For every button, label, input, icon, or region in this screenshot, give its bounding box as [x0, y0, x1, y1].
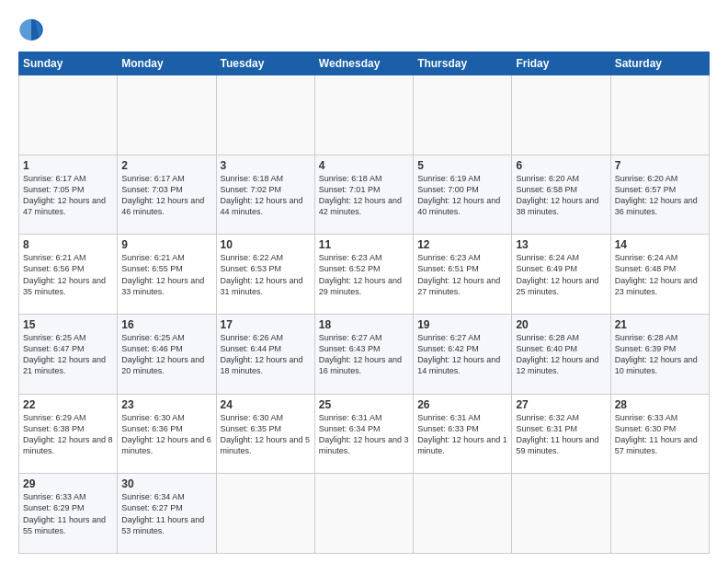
day-number: 2 [121, 159, 211, 172]
calendar-cell [414, 474, 512, 554]
day-number: 6 [516, 159, 606, 172]
calendar-cell: 28Sunrise: 6:33 AM Sunset: 6:30 PM Dayli… [610, 394, 709, 474]
calendar-cell: 14Sunrise: 6:24 AM Sunset: 6:48 PM Dayli… [610, 235, 709, 315]
day-number: 16 [121, 318, 211, 331]
calendar-cell: 1Sunrise: 6:17 AM Sunset: 7:05 PM Daylig… [19, 155, 118, 235]
calendar-cell: 11Sunrise: 6:23 AM Sunset: 6:52 PM Dayli… [314, 235, 413, 315]
cell-info: Sunrise: 6:18 AM Sunset: 7:01 PM Dayligh… [319, 173, 409, 218]
calendar-table: SundayMondayTuesdayWednesdayThursdayFrid… [18, 52, 710, 554]
calendar-cell: 18Sunrise: 6:27 AM Sunset: 6:43 PM Dayli… [314, 314, 413, 394]
day-number: 15 [23, 318, 113, 331]
cell-info: Sunrise: 6:34 AM Sunset: 6:27 PM Dayligh… [121, 491, 211, 536]
day-number: 5 [417, 159, 507, 172]
calendar-cell [610, 75, 709, 155]
cell-info: Sunrise: 6:28 AM Sunset: 6:40 PM Dayligh… [516, 332, 606, 377]
cell-info: Sunrise: 6:27 AM Sunset: 6:43 PM Dayligh… [319, 332, 409, 377]
cell-info: Sunrise: 6:29 AM Sunset: 6:38 PM Dayligh… [23, 412, 113, 457]
cell-info: Sunrise: 6:19 AM Sunset: 7:00 PM Dayligh… [417, 173, 507, 218]
calendar-cell: 19Sunrise: 6:27 AM Sunset: 6:42 PM Dayli… [414, 314, 512, 394]
calendar-cell: 2Sunrise: 6:17 AM Sunset: 7:03 PM Daylig… [118, 155, 216, 235]
day-number: 7 [615, 159, 705, 172]
day-number: 3 [221, 159, 311, 172]
day-number: 24 [221, 398, 311, 411]
col-header-tuesday: Tuesday [216, 52, 314, 75]
cell-info: Sunrise: 6:21 AM Sunset: 6:55 PM Dayligh… [121, 252, 211, 297]
day-number: 30 [121, 477, 211, 490]
calendar-cell: 23Sunrise: 6:30 AM Sunset: 6:36 PM Dayli… [118, 394, 216, 474]
calendar-cell: 3Sunrise: 6:18 AM Sunset: 7:02 PM Daylig… [216, 155, 314, 235]
day-number: 10 [221, 238, 311, 251]
calendar-cell [118, 75, 216, 155]
col-header-thursday: Thursday [414, 52, 512, 75]
cell-info: Sunrise: 6:32 AM Sunset: 6:31 PM Dayligh… [516, 412, 606, 457]
day-number: 12 [417, 238, 507, 251]
calendar-cell: 8Sunrise: 6:21 AM Sunset: 6:56 PM Daylig… [19, 235, 118, 315]
calendar-cell: 6Sunrise: 6:20 AM Sunset: 6:58 PM Daylig… [512, 155, 610, 235]
calendar-cell [512, 474, 610, 554]
logo [18, 17, 48, 42]
logo-icon [18, 17, 44, 42]
cell-info: Sunrise: 6:23 AM Sunset: 6:52 PM Dayligh… [319, 252, 409, 297]
calendar-cell [314, 474, 413, 554]
day-number: 26 [417, 398, 507, 411]
calendar-cell: 25Sunrise: 6:31 AM Sunset: 6:34 PM Dayli… [314, 394, 413, 474]
cell-info: Sunrise: 6:28 AM Sunset: 6:39 PM Dayligh… [615, 332, 705, 377]
cell-info: Sunrise: 6:25 AM Sunset: 6:46 PM Dayligh… [121, 332, 211, 377]
cell-info: Sunrise: 6:30 AM Sunset: 6:35 PM Dayligh… [221, 412, 311, 457]
day-number: 23 [121, 398, 211, 411]
day-number: 18 [319, 318, 409, 331]
calendar-cell [19, 75, 118, 155]
calendar-cell [216, 474, 314, 554]
cell-info: Sunrise: 6:21 AM Sunset: 6:56 PM Dayligh… [23, 252, 113, 297]
calendar-cell: 22Sunrise: 6:29 AM Sunset: 6:38 PM Dayli… [19, 394, 118, 474]
calendar-cell [414, 75, 512, 155]
cell-info: Sunrise: 6:31 AM Sunset: 6:33 PM Dayligh… [417, 412, 507, 457]
cell-info: Sunrise: 6:26 AM Sunset: 6:44 PM Dayligh… [221, 332, 311, 377]
calendar-cell: 29Sunrise: 6:33 AM Sunset: 6:29 PM Dayli… [19, 474, 118, 554]
calendar-cell: 12Sunrise: 6:23 AM Sunset: 6:51 PM Dayli… [414, 235, 512, 315]
cell-info: Sunrise: 6:17 AM Sunset: 7:03 PM Dayligh… [121, 173, 211, 218]
day-number: 4 [319, 159, 409, 172]
day-number: 28 [615, 398, 705, 411]
calendar-cell: 21Sunrise: 6:28 AM Sunset: 6:39 PM Dayli… [610, 314, 709, 394]
day-number: 9 [121, 238, 211, 251]
day-number: 20 [516, 318, 606, 331]
calendar-cell: 26Sunrise: 6:31 AM Sunset: 6:33 PM Dayli… [414, 394, 512, 474]
calendar-cell [610, 474, 709, 554]
calendar-cell [512, 75, 610, 155]
day-number: 29 [23, 477, 113, 490]
cell-info: Sunrise: 6:33 AM Sunset: 6:30 PM Dayligh… [615, 412, 705, 457]
calendar-cell: 24Sunrise: 6:30 AM Sunset: 6:35 PM Dayli… [216, 394, 314, 474]
col-header-friday: Friday [512, 52, 610, 75]
col-header-wednesday: Wednesday [314, 52, 413, 75]
day-number: 19 [417, 318, 507, 331]
cell-info: Sunrise: 6:25 AM Sunset: 6:47 PM Dayligh… [23, 332, 113, 377]
cell-info: Sunrise: 6:30 AM Sunset: 6:36 PM Dayligh… [121, 412, 211, 457]
calendar-cell: 7Sunrise: 6:20 AM Sunset: 6:57 PM Daylig… [610, 155, 709, 235]
cell-info: Sunrise: 6:24 AM Sunset: 6:48 PM Dayligh… [615, 252, 705, 297]
calendar-cell [216, 75, 314, 155]
day-number: 21 [615, 318, 705, 331]
day-number: 22 [23, 398, 113, 411]
cell-info: Sunrise: 6:33 AM Sunset: 6:29 PM Dayligh… [23, 491, 113, 536]
calendar-cell [314, 75, 413, 155]
header [18, 17, 710, 42]
calendar-cell: 15Sunrise: 6:25 AM Sunset: 6:47 PM Dayli… [19, 314, 118, 394]
cell-info: Sunrise: 6:18 AM Sunset: 7:02 PM Dayligh… [221, 173, 311, 218]
cell-info: Sunrise: 6:22 AM Sunset: 6:53 PM Dayligh… [221, 252, 311, 297]
col-header-monday: Monday [118, 52, 216, 75]
calendar-cell: 20Sunrise: 6:28 AM Sunset: 6:40 PM Dayli… [512, 314, 610, 394]
cell-info: Sunrise: 6:20 AM Sunset: 6:57 PM Dayligh… [615, 173, 705, 218]
day-number: 14 [615, 238, 705, 251]
day-number: 25 [319, 398, 409, 411]
calendar-cell: 5Sunrise: 6:19 AM Sunset: 7:00 PM Daylig… [414, 155, 512, 235]
col-header-saturday: Saturday [610, 52, 709, 75]
day-number: 11 [319, 238, 409, 251]
calendar-cell: 17Sunrise: 6:26 AM Sunset: 6:44 PM Dayli… [216, 314, 314, 394]
day-number: 27 [516, 398, 606, 411]
calendar-cell: 27Sunrise: 6:32 AM Sunset: 6:31 PM Dayli… [512, 394, 610, 474]
page: SundayMondayTuesdayWednesdayThursdayFrid… [0, 0, 728, 563]
day-number: 13 [516, 238, 606, 251]
calendar-cell: 13Sunrise: 6:24 AM Sunset: 6:49 PM Dayli… [512, 235, 610, 315]
col-header-sunday: Sunday [19, 52, 118, 75]
